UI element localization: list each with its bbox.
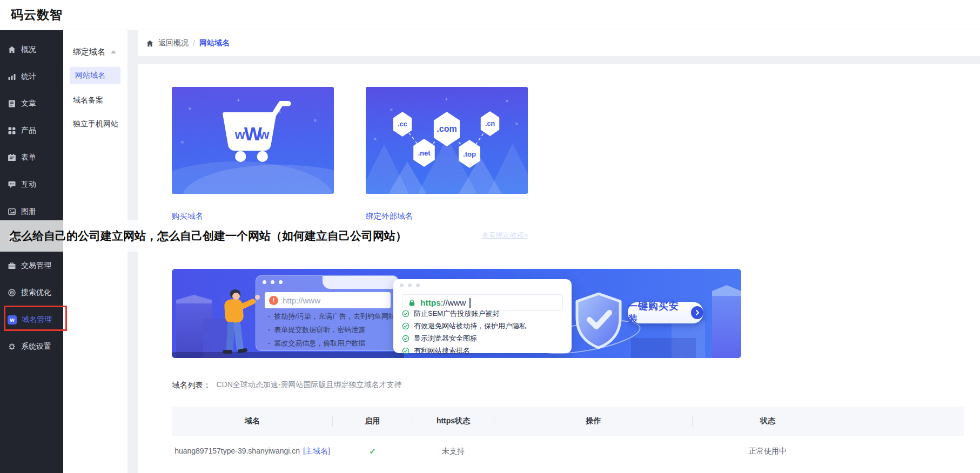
sidebar-item-label: 互动	[21, 180, 36, 190]
sidebar-item-settings[interactable]: 系统设置	[0, 333, 63, 360]
breadcrumb-separator: /	[193, 39, 195, 48]
insecure-url: http://www	[283, 296, 320, 305]
chat-icon	[8, 180, 16, 189]
sidebar-item-label: 概况	[21, 45, 36, 55]
one-click-buy-install-button[interactable]: 一键购买安装	[628, 302, 703, 323]
check-circle-icon	[402, 347, 410, 355]
cell-status: 正常使用中	[693, 447, 843, 473]
sidebar-item-label: 图册	[21, 207, 36, 217]
secure-browser-mockup: https://www 防止SEM广告投放账户被封 有效避免网站被劫持，保护用户…	[393, 279, 572, 353]
browser-dots-icon	[400, 283, 420, 287]
sparkle-icon: ×	[180, 139, 184, 145]
col-header-https-status: https状态	[412, 407, 494, 436]
risk-item: 被劫持/污染，充满广告，去到钓鱼网站	[268, 309, 395, 323]
col-header-operations: 操作	[494, 407, 693, 436]
breadcrumb-back-link[interactable]: 返回概况	[158, 38, 189, 48]
domain-text: huang897157type-39.shanyiwangi.cn	[174, 447, 300, 455]
submenu-group-bind-domain[interactable]: 绑定域名	[73, 43, 127, 60]
table-row: huang897157type-39.shanyiwangi.cn[主域名] ✓…	[172, 436, 964, 473]
submenu-item-website-domain[interactable]: 网站域名	[70, 67, 120, 84]
check-circle-icon	[402, 322, 410, 330]
insecure-address-bar: ! http://www	[265, 292, 391, 308]
benefit-item: 防止SEM广告投放账户被封	[402, 307, 526, 320]
browser-tab-shape	[323, 276, 398, 289]
target-icon	[8, 288, 16, 297]
risk-item: 表单提交数据窃听，密码泄露	[268, 323, 395, 336]
breadcrumb-current[interactable]: 网站域名	[199, 38, 230, 48]
home-icon	[146, 39, 154, 48]
sidebar-item-label: 统计	[21, 72, 36, 82]
https-promo-banner: ! http://www 被劫持/污染，充满广告，去到钓鱼网站 表单提交数据窃听…	[172, 269, 741, 358]
cell-domain: huang897157type-39.shanyiwangi.cn[主域名]	[172, 447, 333, 473]
sidebar-item-label: 交易管理	[21, 261, 51, 271]
text-cursor	[469, 298, 471, 308]
app-logo: 码云数智	[11, 6, 63, 23]
home-icon	[8, 45, 16, 54]
https-scheme: https	[420, 298, 441, 308]
building-top-shape	[176, 295, 212, 303]
article-icon	[8, 99, 16, 108]
primary-domain-tag[interactable]: [主域名]	[303, 447, 330, 455]
submenu-group-label: 绑定域名	[73, 47, 105, 57]
domain-list-label: 域名列表：	[172, 380, 211, 390]
buy-domain-card[interactable]: × + × × × wWw	[172, 87, 334, 221]
submenu-item-mobile-site[interactable]: 独立手机网站	[63, 112, 127, 136]
check-circle-icon	[402, 310, 410, 317]
https-benefit-list: 防止SEM广告投放账户被封 有效避免网站被劫持，保护用户隐私 显示浏览器安全图标…	[402, 307, 526, 357]
content-panel: × + × × × wWw	[138, 64, 980, 473]
sidebar-item-interaction[interactable]: 互动	[0, 171, 63, 198]
warning-icon: !	[269, 296, 278, 305]
arrow-circle-icon	[691, 306, 703, 319]
cards-row: × + × × × wWw	[172, 87, 964, 221]
bind-domain-card[interactable]: × + × × × .cc .com	[366, 87, 528, 221]
sidebar-item-overview[interactable]: 概况	[0, 36, 63, 63]
sidebar-item-products[interactable]: 产品	[0, 117, 63, 144]
sidebar-item-trade[interactable]: 交易管理	[0, 252, 63, 279]
products-grid-icon	[8, 126, 16, 135]
sidebar-item-articles[interactable]: 文章	[0, 90, 63, 117]
cell-operations	[494, 447, 693, 473]
col-header-filler	[843, 407, 964, 436]
main-sidebar: 概况 统计 文章 产品 表单 互动 图册	[0, 30, 63, 473]
sparkle-icon: ×	[188, 105, 191, 112]
submenu-item-icp-filing[interactable]: 域名备案	[63, 89, 127, 112]
insecure-risk-list: 被劫持/污染，充满广告，去到钓鱼网站 表单提交数据窃听，密码泄露 篡改交易信息，…	[268, 309, 395, 350]
caption-overlay-band: 怎么给自己的公司建立网站，怎么自己创建一个网站（如何建立自己公司网站）	[0, 220, 541, 252]
domain-submenu: 绑定域名 网站域名 域名备案 独立手机网站	[63, 30, 127, 473]
cell-enabled-check: ✓	[333, 447, 412, 473]
risk-item: 篡改交易信息，偷取用户数据	[268, 336, 395, 350]
cell-filler	[843, 447, 964, 473]
sidebar-item-forms[interactable]: 表单	[0, 144, 63, 171]
sidebar-item-label: 产品	[21, 126, 36, 136]
check-circle-icon	[402, 335, 410, 342]
ground-shadow	[172, 352, 404, 358]
page: { "app": { "logo_text": "码云数智" }, "sideb…	[0, 0, 980, 473]
shopping-cart-icon: wWw	[215, 97, 296, 166]
sidebar-item-label: 系统设置	[21, 342, 51, 352]
col-header-status: 状态	[693, 407, 843, 436]
sidebar-item-label: 表单	[21, 153, 36, 163]
benefit-item: 有效避免网站被劫持，保护用户隐私	[402, 320, 526, 332]
col-header-domain: 域名	[172, 407, 333, 436]
cell-https-status: 未支持	[412, 447, 494, 473]
url-rest: ://www	[441, 298, 466, 308]
browser-dots-icon	[263, 280, 283, 284]
main-area: 返回概况 / 网站域名 × + × × ×	[138, 30, 980, 473]
domain-table: 域名 启用 https状态 操作 状态 huang897157type-39.s…	[172, 407, 964, 473]
building-top-shape	[712, 285, 741, 296]
benefit-item: 显示浏览器安全图标	[402, 332, 526, 344]
briefcase-icon	[8, 261, 16, 270]
domain-list-header: 域名列表： CDN全球动态加速-需网站国际版且绑定独立域名才支持	[172, 380, 964, 390]
caption-text: 怎么给自己的公司建立网站，怎么自己创建一个网站（如何建立自己公司网站）	[10, 228, 407, 244]
collapse-caret-icon	[111, 50, 116, 53]
insecure-browser-mockup: ! http://www 被劫持/污染，充满广告，去到钓鱼网站 表单提交数据窃听…	[256, 275, 399, 351]
sidebar-item-stats[interactable]: 统计	[0, 63, 63, 90]
benefit-item: 有利网站搜索排名	[402, 344, 526, 357]
lock-icon	[408, 299, 416, 307]
sparkle-icon: ×	[313, 117, 317, 124]
sidebar-item-seo[interactable]: 搜索优化	[0, 279, 63, 306]
breadcrumb: 返回概况 / 网站域名	[138, 30, 980, 56]
sidebar-item-label: 文章	[21, 99, 36, 109]
gear-icon	[8, 342, 16, 351]
red-annotation-box	[4, 306, 67, 331]
